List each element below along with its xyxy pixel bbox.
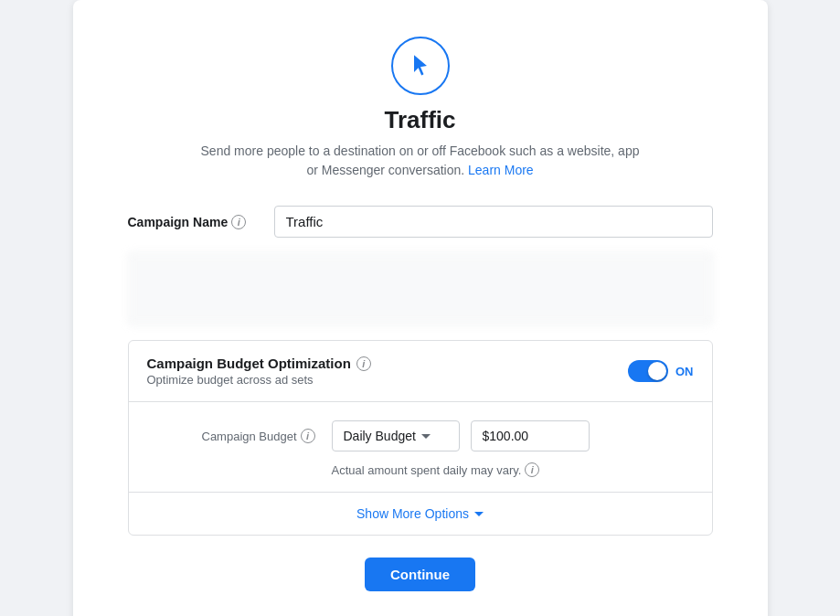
blurred-redacted-row [128, 252, 713, 325]
page-container: Traffic Send more people to a destinatio… [73, 0, 768, 616]
campaign-budget-info-icon[interactable]: i [301, 429, 315, 443]
budget-card-title: Campaign Budget Optimization i [147, 356, 371, 371]
budget-input-row: Campaign Budget i Daily Budget [147, 420, 694, 451]
budget-card-subtitle: Optimize budget across ad sets [147, 373, 371, 387]
budget-optimization-toggle[interactable] [628, 360, 668, 382]
budget-type-chevron-icon [421, 434, 431, 439]
page-description: Send more people to a destination on or … [201, 142, 640, 180]
continue-button[interactable]: Continue [365, 558, 475, 591]
show-more-options-button[interactable]: Show More Options [356, 506, 484, 521]
toggle-wrapper[interactable]: ON [628, 360, 694, 382]
page-title: Traffic [384, 106, 455, 134]
campaign-name-section: Campaign Name i [128, 206, 713, 325]
toggle-thumb [648, 362, 666, 380]
budget-optimization-info-icon[interactable]: i [356, 356, 371, 371]
traffic-icon [391, 37, 450, 95]
learn-more-link[interactable]: Learn More [468, 163, 534, 177]
budget-type-select[interactable]: Daily Budget [332, 420, 460, 451]
campaign-name-row: Campaign Name i [128, 206, 713, 238]
campaign-name-info-icon[interactable]: i [231, 215, 246, 229]
toggle-label: ON [675, 365, 694, 378]
budget-title-group: Campaign Budget Optimization i Optimize … [147, 356, 371, 387]
campaign-name-input[interactable] [274, 206, 713, 238]
budget-optimization-card: Campaign Budget Optimization i Optimize … [128, 340, 713, 536]
show-more-chevron-icon [474, 512, 484, 516]
budget-note-info-icon[interactable]: i [525, 462, 539, 477]
budget-note: Actual amount spent daily may vary. i [147, 462, 694, 477]
continue-section: Continue [128, 558, 713, 591]
budget-card-body: Campaign Budget i Daily Budget Actual am… [129, 402, 712, 492]
campaign-name-label: Campaign Name i [128, 215, 274, 229]
budget-card-footer: Show More Options [129, 492, 712, 535]
budget-amount-input[interactable] [471, 420, 590, 451]
budget-label: Campaign Budget i [202, 429, 321, 443]
budget-card-header: Campaign Budget Optimization i Optimize … [129, 341, 712, 402]
page-header: Traffic Send more people to a destinatio… [128, 37, 713, 180]
